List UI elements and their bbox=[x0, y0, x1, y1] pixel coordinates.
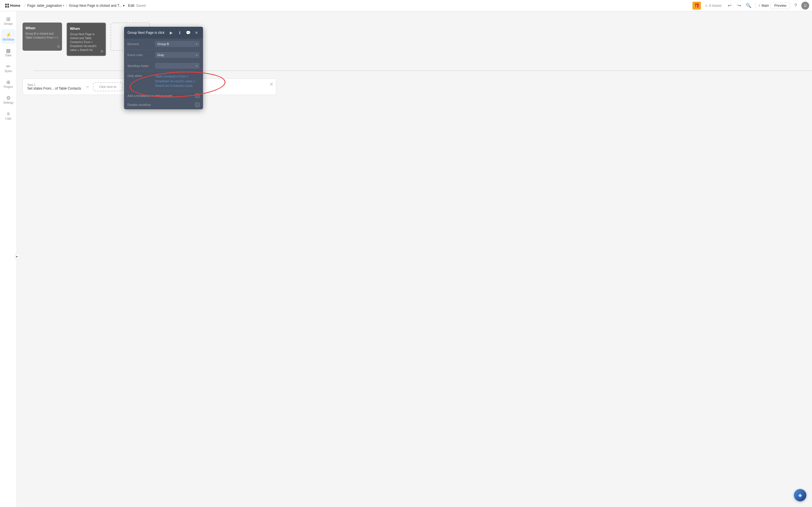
design-icon: ⊞ bbox=[6, 17, 10, 22]
event-color-chevron-icon: ▾ bbox=[196, 54, 197, 57]
popup-event-color-row: Event color Gray ▾ bbox=[124, 50, 203, 61]
sidebar-item-styles[interactable]: ✏ Styles bbox=[1, 61, 16, 75]
disable-checkbox[interactable] bbox=[195, 103, 200, 107]
separator2: / bbox=[66, 3, 67, 8]
help-chat-button[interactable]: ◈ bbox=[794, 489, 806, 501]
element-chevron-icon: ▾ bbox=[196, 43, 197, 46]
trigger1-copy-icon: ⧉ bbox=[57, 45, 60, 48]
edit-label: Edit bbox=[128, 3, 134, 8]
step-add-button[interactable]: Click here to bbox=[93, 82, 123, 91]
workflow-selector[interactable]: Group Next Page is clicked and T... ▾ bbox=[69, 4, 124, 8]
only-when-value[interactable]: Table Contacts's From + Dropdown nb-resu… bbox=[155, 74, 200, 88]
popup-body: Element Group B ▾ Event color Gray ▾ bbox=[124, 39, 203, 109]
popup-close-button[interactable]: ✕ bbox=[193, 30, 200, 36]
issues-label: 0 issues bbox=[709, 4, 721, 8]
popup-header: Group Next Page is click ▶ ℹ 💬 ✕ bbox=[124, 27, 203, 39]
data-icon: ▦ bbox=[6, 48, 11, 53]
branch-icon: ⑂ bbox=[758, 4, 760, 8]
event-color-value: Gray bbox=[157, 53, 164, 57]
home-label: Home bbox=[10, 3, 20, 8]
topbar: Home / Page: table_pagination ▾ / Group … bbox=[0, 0, 812, 11]
popup-element-row: Element Group B ▾ bbox=[124, 39, 203, 50]
logs-icon: ≡ bbox=[7, 111, 10, 116]
event-color-select[interactable]: Gray ▾ bbox=[155, 52, 200, 58]
trigger1-title: When bbox=[26, 26, 59, 30]
issues-indicator[interactable]: ⚠ 0 issues bbox=[703, 4, 724, 8]
user-avatar[interactable]: U bbox=[801, 2, 809, 10]
popup-folder-row: Workflow folder ▾ bbox=[124, 61, 203, 71]
disable-label: Disable workflow bbox=[128, 103, 193, 107]
chat-icon: ◈ bbox=[798, 492, 802, 498]
sidebar-styles-label: Styles bbox=[4, 69, 12, 73]
gift-icon: 🎁 bbox=[694, 3, 700, 8]
gift-button[interactable]: 🎁 bbox=[693, 2, 701, 10]
only-when-label: Only when bbox=[128, 74, 153, 77]
step-close-button[interactable]: ✕ bbox=[269, 82, 273, 87]
element-value: Group B bbox=[157, 42, 169, 46]
sidebar-design-label: Design bbox=[4, 22, 13, 25]
sidebar-plugins-label: Plugins bbox=[4, 86, 13, 89]
undo-button[interactable]: ↩ bbox=[725, 2, 733, 10]
breakpoint-label: Add a breakpoint in debug mode bbox=[128, 94, 193, 98]
popup-only-when-row: Only when Table Contacts's From + Dropdo… bbox=[124, 71, 203, 91]
element-select[interactable]: Group B ▾ bbox=[155, 41, 200, 47]
sidebar-item-data[interactable]: ▦ Data bbox=[1, 45, 16, 60]
popup-play-button[interactable]: ▶ bbox=[168, 30, 174, 36]
workflow-folder-select[interactable]: ▾ bbox=[155, 63, 200, 69]
page-label: Page: table_pagination bbox=[28, 4, 62, 8]
search-button[interactable]: 🔍 bbox=[745, 2, 753, 10]
trigger2-copy-icon: ⧉ bbox=[101, 49, 103, 53]
grid-icon bbox=[5, 4, 9, 8]
workflow-canvas: When Group B is clicked and Table Contac… bbox=[17, 11, 812, 507]
popup-info-button[interactable]: ℹ bbox=[176, 30, 183, 36]
plugins-icon: ⊕ bbox=[6, 80, 10, 85]
workflow-folder-label: Workflow folder bbox=[128, 64, 153, 68]
separator: / bbox=[24, 3, 26, 8]
page-chevron-icon: ▾ bbox=[63, 4, 64, 7]
main-content: When Group B is clicked and Table Contac… bbox=[17, 11, 812, 507]
branch-selector[interactable]: ⑂ Main bbox=[758, 4, 769, 8]
redo-button[interactable]: ↪ bbox=[735, 2, 743, 10]
breakpoint-checkbox[interactable] bbox=[195, 94, 200, 98]
event-color-label: Event color bbox=[128, 53, 153, 57]
page-selector[interactable]: Page: table_pagination ▾ bbox=[28, 4, 64, 8]
workflow-folder-chevron-icon: ▾ bbox=[196, 64, 197, 67]
sidebar-item-settings[interactable]: ⚙ Settings bbox=[1, 93, 16, 107]
home-button[interactable]: Home bbox=[3, 3, 22, 8]
sidebar-expand-button[interactable]: ▶ bbox=[15, 253, 19, 259]
popup-comment-button[interactable]: 💬 bbox=[185, 30, 191, 36]
step-info: Step 1 Set states From... of Table Conta… bbox=[28, 83, 81, 91]
trigger-card-1[interactable]: When Group B is clicked and Table Contac… bbox=[22, 22, 62, 51]
saved-label: Saved bbox=[136, 4, 146, 8]
step-title: Set states From... of Table Contacts bbox=[28, 87, 81, 91]
sidebar-data-label: Data bbox=[5, 54, 11, 57]
step-label: Step 1 bbox=[28, 83, 81, 87]
sidebar-settings-label: Settings bbox=[3, 101, 13, 104]
sidebar-logs-label: Logs bbox=[5, 117, 11, 120]
sidebar-item-workflow[interactable]: ⚡ Workflow bbox=[1, 29, 16, 44]
preview-button[interactable]: Preview bbox=[770, 2, 790, 9]
warning-icon: ⚠ bbox=[705, 4, 708, 8]
branch-label: Main bbox=[762, 4, 769, 8]
popup-disable-row: Disable workflow bbox=[124, 100, 203, 109]
help-button[interactable]: ? bbox=[792, 2, 800, 10]
sidebar-workflow-label: Workflow bbox=[3, 38, 14, 41]
app-layout: ⊞ Design ⚡ Workflow ▦ Data ✏ Styles ⊕ Pl… bbox=[0, 11, 812, 507]
sidebar-item-design[interactable]: ⊞ Design bbox=[1, 13, 16, 28]
workflow-chevron-icon: ▾ bbox=[123, 4, 124, 8]
workflow-label: Group Next Page is clicked and T... bbox=[69, 4, 122, 8]
divider bbox=[755, 3, 756, 8]
element-label: Element bbox=[128, 42, 153, 46]
sidebar-item-plugins[interactable]: ⊕ Plugins bbox=[1, 76, 16, 91]
sidebar-item-logs[interactable]: ≡ Logs bbox=[1, 108, 16, 123]
trigger2-title: When bbox=[70, 26, 103, 31]
popup-panel: Group Next Page is click ▶ ℹ 💬 ✕ Element… bbox=[124, 27, 203, 109]
trigger2-desc: Group Next Page is clicked and Table Con… bbox=[70, 33, 103, 52]
settings-icon: ⚙ bbox=[6, 96, 11, 101]
styles-icon: ✏ bbox=[6, 64, 10, 69]
sidebar: ⊞ Design ⚡ Workflow ▦ Data ✏ Styles ⊕ Pl… bbox=[0, 11, 17, 507]
popup-title: Group Next Page is click bbox=[128, 31, 166, 35]
workflow-icon: ⚡ bbox=[5, 33, 11, 38]
trigger-card-2[interactable]: When Group Next Page is clicked and Tabl… bbox=[66, 22, 106, 56]
trigger1-desc: Group B is clicked and Table Contacts's … bbox=[26, 32, 59, 40]
